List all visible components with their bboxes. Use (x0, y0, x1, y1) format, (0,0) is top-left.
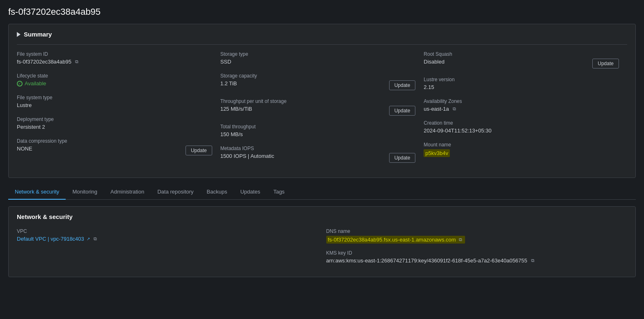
update-metadata-button[interactable]: Update (389, 153, 416, 163)
total-throughput-item: Total throughput 150 MB/s (220, 124, 416, 137)
copy-kms-icon[interactable]: ⧉ (530, 258, 536, 264)
update-compression-button[interactable]: Update (186, 146, 212, 155)
summary-divider (17, 44, 627, 45)
throughput-item: Throughput per unit of storage 125 MB/s/… (220, 98, 416, 116)
dns-name-link[interactable]: fs-0f37202ec38a4ab95.fsx.us-east-1.amazo… (328, 237, 456, 243)
update-storage-button[interactable]: Update (389, 80, 416, 90)
filesystem-id-item: File system ID fs-0f37202ec38a4ab95 ⧉ (17, 51, 212, 65)
tab-updates[interactable]: Updates (234, 185, 266, 200)
deployment-type-item: Deployment type Persistent 2 (17, 116, 212, 130)
availability-zones-value: us-east-1a ⧉ (424, 106, 619, 112)
tab-data-repository[interactable]: Data repository (151, 185, 200, 200)
vpc-link[interactable]: Default VPC | vpc-7918c403 (17, 236, 84, 242)
root-squash-item: Root Squash Disabled Update (424, 51, 619, 68)
vpc-external-link-icon: ↗ (87, 237, 90, 241)
summary-col-3: Root Squash Disabled Update Lustre versi… (424, 51, 627, 171)
dns-name-item: DNS name fs-0f37202ec38a4ab95.fsx.us-eas… (326, 228, 628, 244)
mount-name-value: p5kv3b4v (424, 149, 450, 157)
summary-panel: Summary File system ID fs-0f37202ec38a4a… (8, 24, 636, 178)
vpc-item: VPC Default VPC | vpc-7918c403 ↗ ⧉ (17, 228, 318, 242)
vpc-section: VPC Default VPC | vpc-7918c403 ↗ ⧉ (17, 228, 318, 270)
kms-key-value: arn:aws:kms:us-east-1:268674271179:key/4… (326, 257, 628, 264)
metadata-iops-item: Metadata IOPS 1500 IOPS | Automatic Upda… (220, 146, 416, 163)
creation-time-item: Creation time 2024-09-04T11:52:13+05:30 (424, 120, 619, 134)
filesystem-type-item: File system type Lustre (17, 95, 212, 108)
tab-tags[interactable]: Tags (267, 185, 291, 200)
copy-az-icon[interactable]: ⧉ (451, 106, 457, 112)
tab-network-security[interactable]: Network & security (8, 185, 66, 200)
dns-highlight: fs-0f37202ec38a4ab95.fsx.us-east-1.amazo… (326, 236, 465, 244)
dns-kms-section: DNS name fs-0f37202ec38a4ab95.fsx.us-eas… (326, 228, 628, 270)
lustre-version-item: Lustre version 2.15 (424, 77, 619, 90)
summary-header: Summary (17, 31, 627, 38)
lifecycle-item: Lifecycle state ✓ Available (17, 73, 212, 87)
lifecycle-value: ✓ Available (17, 80, 212, 87)
copy-dns-icon[interactable]: ⧉ (458, 237, 463, 243)
dns-name-value: fs-0f37202ec38a4ab95.fsx.us-east-1.amazo… (326, 236, 628, 244)
summary-col-2: Storage type SSD Storage capacity 1.2 Ti… (220, 51, 424, 171)
copy-vpc-icon[interactable]: ⧉ (92, 236, 98, 242)
network-security-grid: VPC Default VPC | vpc-7918c403 ↗ ⧉ DNS n… (17, 228, 627, 270)
kms-key-item: KMS key ID arn:aws:kms:us-east-1:2686742… (326, 250, 628, 264)
network-security-title: Network & security (17, 213, 627, 220)
tab-administration[interactable]: Administration (104, 185, 151, 200)
copy-filesystem-id-icon[interactable]: ⧉ (74, 59, 80, 65)
tab-backups[interactable]: Backups (200, 185, 234, 200)
page-title: fs-0f37202ec38a4ab95 (8, 7, 636, 17)
check-icon: ✓ (17, 81, 23, 87)
update-throughput-button[interactable]: Update (389, 106, 416, 116)
tabs-container: Network & security Monitoring Administra… (8, 185, 636, 200)
tab-monitoring[interactable]: Monitoring (66, 185, 104, 200)
availability-zones-item: Availability Zones us-east-1a ⧉ (424, 98, 619, 112)
filesystem-id-value: fs-0f37202ec38a4ab95 ⧉ (17, 59, 212, 65)
summary-grid: File system ID fs-0f37202ec38a4ab95 ⧉ Li… (17, 51, 627, 171)
summary-col-1: File system ID fs-0f37202ec38a4ab95 ⧉ Li… (17, 51, 220, 171)
storage-type-item: Storage type SSD (220, 51, 416, 65)
collapse-icon[interactable] (17, 32, 21, 37)
network-security-panel: Network & security VPC Default VPC | vpc… (8, 206, 636, 277)
mount-name-item: Mount name p5kv3b4v (424, 142, 619, 157)
vpc-value: Default VPC | vpc-7918c403 ↗ ⧉ (17, 236, 318, 242)
page-wrapper: fs-0f37202ec38a4ab95 Summary File system… (0, 0, 644, 284)
compression-item: Data compression type NONE Update (17, 138, 212, 155)
storage-capacity-item: Storage capacity 1.2 TiB Update (220, 73, 416, 90)
update-root-squash-button[interactable]: Update (592, 59, 619, 68)
